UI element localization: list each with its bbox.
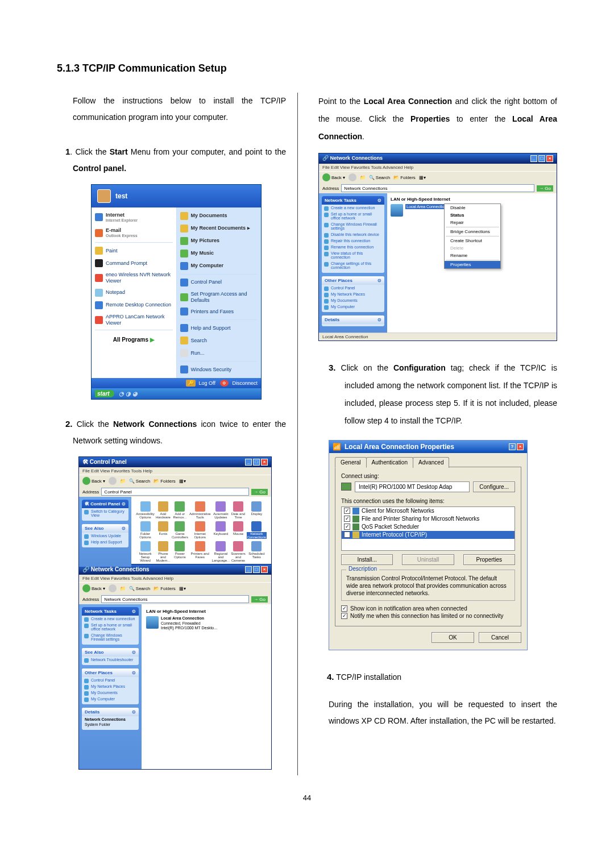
ctx-repair[interactable]: Repair xyxy=(445,219,500,226)
menu-bar[interactable]: File Edit View Favorites Tools Help xyxy=(79,467,271,475)
minimize-icon[interactable]: _ xyxy=(245,459,252,466)
side-panel-header[interactable]: 🛠 Control Panel⊙ xyxy=(82,500,128,508)
side-link[interactable]: Control Panel xyxy=(322,285,384,291)
cp-icon-item[interactable]: Folder Options xyxy=(136,521,155,539)
views-button[interactable]: ▦▾ xyxy=(179,479,186,484)
side-link[interactable]: Create a new connection xyxy=(82,616,139,622)
checkbox-icon[interactable]: ✓ xyxy=(344,524,350,530)
cp-icon-item[interactable]: Add Hardware xyxy=(156,501,171,519)
configure-button[interactable]: Configure... xyxy=(473,481,515,492)
install-button[interactable]: Install... xyxy=(341,554,393,565)
side-panel-header[interactable]: Other Places⊙ xyxy=(82,668,139,677)
cp-icon-item[interactable]: Mouse xyxy=(231,521,245,539)
folders-button[interactable]: 📂Folders xyxy=(154,479,176,484)
side-link[interactable]: Create a new connection xyxy=(322,205,384,211)
checkbox-icon[interactable]: ✓ xyxy=(344,508,350,514)
go-button[interactable]: → Go xyxy=(537,185,553,192)
checkbox-icon[interactable]: ✓ xyxy=(341,613,347,619)
cp-icon-item[interactable]: Network Setup Wizard xyxy=(136,541,155,562)
cp-icon-item[interactable]: Scanners and Cameras xyxy=(231,541,245,562)
ok-button[interactable]: OK xyxy=(432,632,474,643)
cp-icon-item[interactable]: Automatic Updates xyxy=(212,501,230,519)
cp-icon-item[interactable]: Regional and Language... xyxy=(212,541,230,562)
side-link[interactable]: My Documents xyxy=(82,690,139,696)
go-button[interactable]: → Go xyxy=(251,489,268,495)
start-item[interactable]: Notepad xyxy=(92,286,176,299)
maximize-icon[interactable]: □ xyxy=(253,566,260,573)
side-link[interactable]: Change Windows Firewall settings xyxy=(82,632,139,642)
start-item-mydocs[interactable]: My Documents xyxy=(177,210,262,222)
cp-icon-item[interactable]: Add or Remov... xyxy=(172,501,188,519)
cp-icon-item[interactable]: Administrative Tools xyxy=(189,501,211,519)
close-icon[interactable]: × xyxy=(546,155,553,162)
cp-icon-item[interactable]: Date and Time xyxy=(231,501,245,519)
start-item[interactable]: Help and Support xyxy=(177,322,262,334)
components-list[interactable]: ✓Client for Microsoft Networks ✓File and… xyxy=(341,506,515,551)
cp-icon-item[interactable]: Game Controllers xyxy=(172,521,188,539)
cp-icon-item[interactable]: Internet Options xyxy=(189,521,211,539)
start-item[interactable]: eneo Wireless NVR Network Viewer xyxy=(92,269,176,286)
cp-icon-item[interactable]: Fonts xyxy=(156,521,171,539)
side-link[interactable]: Windows Update xyxy=(82,533,128,539)
go-button[interactable]: → Go xyxy=(251,596,268,603)
side-link[interactable]: My Network Places xyxy=(82,683,139,690)
start-item[interactable]: Paint xyxy=(92,244,176,257)
start-item[interactable]: Windows Security xyxy=(177,363,262,376)
ctx-shortcut[interactable]: Create Shortcut xyxy=(445,237,500,244)
address-input[interactable] xyxy=(341,184,534,192)
side-panel-header[interactable]: See Also⊙ xyxy=(82,524,128,533)
checkbox-icon[interactable]: ✓ xyxy=(344,531,350,538)
side-panel-header[interactable]: Details⊙ xyxy=(82,708,139,716)
forward-button[interactable] xyxy=(109,584,117,592)
address-input[interactable] xyxy=(101,595,249,603)
close-icon[interactable]: × xyxy=(517,443,524,450)
ctx-status[interactable]: Status xyxy=(445,211,500,219)
side-panel-header[interactable]: See Also⊙ xyxy=(82,648,139,657)
start-item-recent[interactable]: My Recent Documents ▸ xyxy=(177,222,262,235)
side-panel-header[interactable]: Network Tasks⊙ xyxy=(82,607,139,616)
side-link[interactable]: My Computer xyxy=(82,696,139,702)
cp-icon-item[interactable]: Phone and Modem... xyxy=(156,541,171,562)
side-link[interactable]: My Documents xyxy=(322,297,384,304)
cp-icon-item[interactable]: Scheduled Tasks xyxy=(247,541,267,562)
minimize-icon[interactable]: _ xyxy=(245,566,252,573)
cp-icon-item[interactable]: Power Options xyxy=(172,541,188,562)
ctx-rename[interactable]: Rename xyxy=(445,252,500,259)
maximize-icon[interactable]: □ xyxy=(253,459,260,466)
side-link[interactable]: Switch to Category View xyxy=(82,508,128,518)
side-link[interactable]: Rename this connection xyxy=(322,244,384,250)
cp-icon-item[interactable]: Keyboard xyxy=(212,521,230,539)
ctx-bridge[interactable]: Bridge Connections xyxy=(445,228,500,235)
side-link[interactable]: Set up a home or small office network xyxy=(82,622,139,632)
side-link[interactable]: Help and Support xyxy=(82,539,128,545)
start-item-controlpanel[interactable]: Control Panel xyxy=(177,276,262,289)
start-item[interactable]: APPRO LanCam Network Viewer xyxy=(92,312,176,329)
start-item-music[interactable]: My Music xyxy=(177,247,262,260)
start-button[interactable]: start xyxy=(95,390,114,397)
start-item[interactable]: Command Prompt xyxy=(92,257,176,269)
checkbox-icon[interactable]: ✓ xyxy=(341,605,347,612)
forward-button[interactable] xyxy=(109,477,117,485)
start-item[interactable]: Printers and Faxes xyxy=(177,305,262,318)
cp-icon-item[interactable]: Display xyxy=(247,501,267,519)
tab-general[interactable]: General xyxy=(335,457,367,468)
search-button[interactable]: 🔍Search xyxy=(129,479,150,484)
help-icon[interactable]: ? xyxy=(509,443,516,450)
side-link[interactable]: Repair this connection xyxy=(322,238,384,244)
lan-connection-item[interactable]: Local Area Connection Connected, Firewal… xyxy=(146,616,267,630)
close-icon[interactable]: × xyxy=(261,459,268,466)
side-panel-header[interactable]: Network Tasks⊙ xyxy=(322,196,384,205)
start-item-mycomputer[interactable]: My Computer xyxy=(177,260,262,272)
side-link[interactable]: My Network Places xyxy=(322,291,384,297)
side-link[interactable]: Set up a home or small office network xyxy=(322,211,384,221)
ctx-properties[interactable]: Properties xyxy=(445,261,500,268)
tab-advanced[interactable]: Advanced xyxy=(413,457,449,468)
menu-bar[interactable]: File Edit View Favorites Tools Advanced … xyxy=(319,164,557,171)
start-item[interactable]: Remote Desktop Connection xyxy=(92,299,176,312)
cancel-button[interactable]: Cancel xyxy=(479,632,521,643)
address-input[interactable] xyxy=(101,488,249,496)
cp-icon-item[interactable]: Accessibility Options xyxy=(136,501,155,519)
close-icon[interactable]: × xyxy=(261,566,268,573)
cp-icon-item[interactable]: Printers and Faxes xyxy=(189,541,211,562)
side-panel-header[interactable]: Other Places⊙ xyxy=(322,276,384,285)
